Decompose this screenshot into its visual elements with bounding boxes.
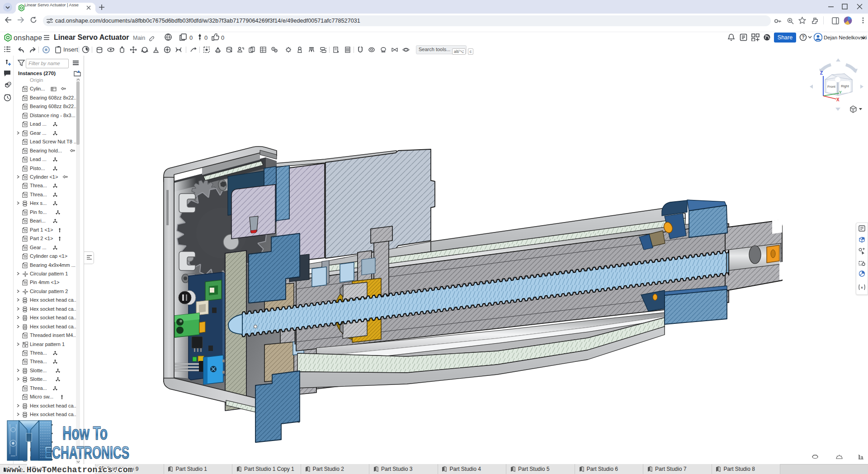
svg-text:www.HowToMechatronics.com: www.HowToMechatronics.com (6, 465, 133, 474)
svg-text:How To: How To (62, 422, 108, 444)
svg-text:ECHATRONICS: ECHATRONICS (44, 443, 129, 462)
